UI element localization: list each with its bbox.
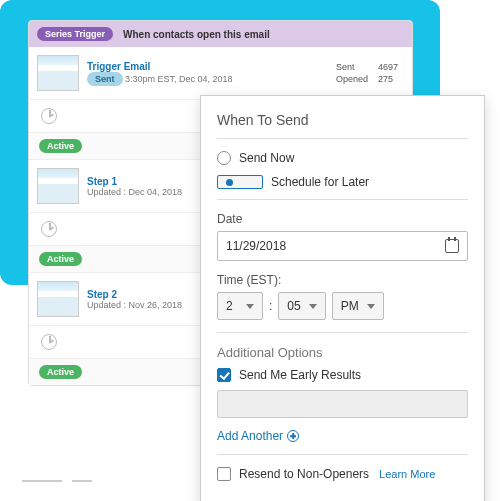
email-thumbnail (37, 168, 79, 204)
time-selectors: 2 : 05 PM (217, 292, 468, 320)
chevron-down-icon (367, 304, 375, 309)
clock-icon (41, 108, 57, 124)
early-results-input[interactable] (217, 390, 468, 418)
email-thumbnail (37, 55, 79, 91)
plus-circle-icon (287, 430, 299, 442)
trigger-email-title: Trigger Email (87, 61, 322, 72)
checkbox-unchecked-icon (217, 467, 231, 481)
ampm-select[interactable]: PM (332, 292, 384, 320)
active-pill: Active (39, 252, 82, 266)
minute-select[interactable]: 05 (278, 292, 325, 320)
add-another-label: Add Another (217, 429, 283, 443)
active-pill: Active (39, 139, 82, 153)
additional-options-heading: Additional Options (217, 345, 468, 360)
resend-nonopeners-option[interactable]: Resend to Non-Openers Learn More (217, 467, 468, 481)
hour-select[interactable]: 2 (217, 292, 263, 320)
ampm-value: PM (341, 299, 359, 313)
chevron-down-icon (309, 304, 317, 309)
calendar-icon (445, 239, 459, 253)
trigger-email-row[interactable]: Trigger Email Sent 3:30pm EST, Dec 04, 2… (29, 47, 412, 100)
send-now-label: Send Now (239, 151, 294, 165)
trigger-email-timestamp: 3:30pm EST, Dec 04, 2018 (125, 74, 233, 84)
date-label: Date (217, 212, 468, 226)
modal-title: When To Send (217, 112, 468, 128)
sent-pill: Sent (87, 72, 123, 86)
schedule-later-option[interactable]: Schedule for Later (217, 175, 468, 189)
series-trigger-pill: Series Trigger (37, 27, 113, 41)
radio-icon (217, 151, 231, 165)
trigger-email-stats: Sent4697 Opened275 (330, 60, 404, 86)
early-results-label: Send Me Early Results (239, 368, 361, 382)
early-results-option[interactable]: Send Me Early Results (217, 368, 468, 382)
trigger-email-meta: Sent 3:30pm EST, Dec 04, 2018 (87, 72, 322, 86)
add-another-link[interactable]: Add Another (217, 429, 299, 443)
hour-value: 2 (226, 299, 233, 313)
date-value: 11/29/2018 (226, 239, 286, 253)
checkbox-checked-icon (217, 368, 231, 382)
clock-icon (41, 221, 57, 237)
footer-dash (72, 480, 92, 482)
series-trigger-text: When contacts open this email (123, 29, 270, 40)
clock-icon (41, 334, 57, 350)
series-trigger-bar: Series Trigger When contacts open this e… (29, 21, 412, 47)
email-thumbnail (37, 281, 79, 317)
chevron-down-icon (246, 304, 254, 309)
schedule-later-label: Schedule for Later (271, 175, 369, 189)
active-pill: Active (39, 365, 82, 379)
radio-icon-selected (217, 175, 263, 189)
send-now-option[interactable]: Send Now (217, 151, 468, 165)
resend-nonopeners-label: Resend to Non-Openers (239, 467, 369, 481)
time-label: Time (EST): (217, 273, 468, 287)
minute-value: 05 (287, 299, 300, 313)
when-to-send-modal: When To Send Send Now Schedule for Later… (200, 95, 485, 501)
footer-dash (22, 480, 62, 482)
time-colon: : (269, 299, 272, 313)
learn-more-link[interactable]: Learn More (379, 468, 435, 480)
date-input[interactable]: 11/29/2018 (217, 231, 468, 261)
